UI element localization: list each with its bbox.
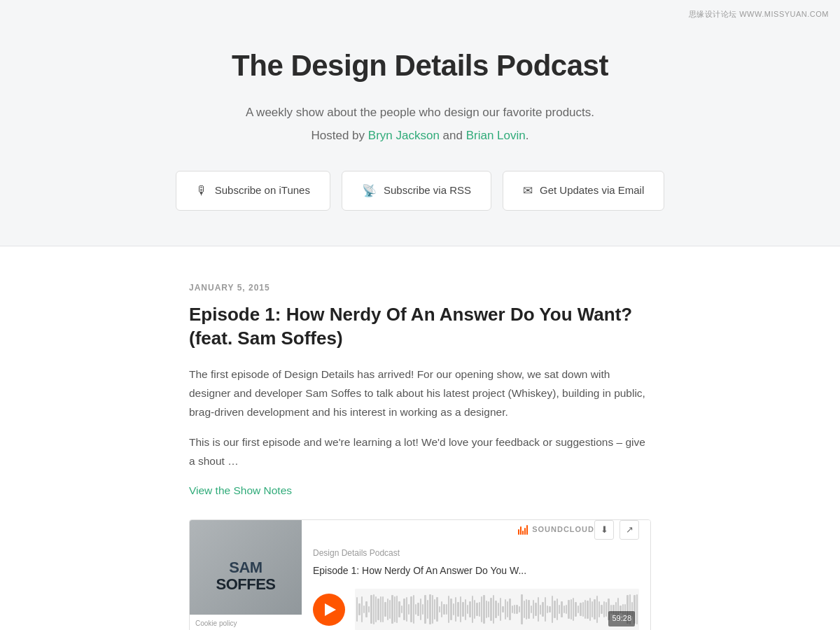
subtitle: A weekly show about the people who desig… [14,103,826,122]
host2-suffix: . [526,129,529,142]
sc-play-button[interactable] [313,594,345,626]
sc-download-button[interactable]: ⬇ [594,520,614,540]
sc-right-panel: SOUNDCLOUD ⬇ ↗ Design Details Podcast Ep… [302,520,650,630]
host-and: and [443,129,463,142]
sc-track-name: Design Details Podcast [313,547,639,560]
sc-waveform-area: 59:28 [355,589,639,630]
sc-cookie-policy[interactable]: Cookie policy [190,615,302,630]
subscribe-email-button[interactable]: ✉ Get Updates via Email [503,171,664,211]
sc-thumbnail-line2: SOFFES [216,576,275,593]
show-notes-link[interactable]: View the Show Notes [189,482,292,500]
sc-play-row: 59:28 [313,589,639,630]
rss-icon: 📡 [362,181,377,200]
episode-date: JANUARY 5, 2015 [189,281,651,295]
episode-container: JANUARY 5, 2015 Episode 1: How Nerdy Of … [175,246,665,630]
sc-header: SOUNDCLOUD ⬇ ↗ [313,520,639,540]
subscribe-itunes-button[interactable]: 🎙 Subscribe on iTunes [176,171,330,211]
episode-description-1: The first episode of Design Details has … [189,365,651,421]
soundcloud-label: SOUNDCLOUD [532,524,594,536]
sc-left-panel: SAM SOFFES Cookie policy [190,520,302,630]
main-content: JANUARY 5, 2015 Episode 1: How Nerdy Of … [0,246,840,630]
hosted-by-prefix: Hosted by [312,129,365,142]
episode-description-2: This is our first episode and we're lear… [189,433,651,470]
sc-episode-name: Episode 1: How Nerdy Of An Answer Do You… [313,563,639,578]
soundcloud-bars-icon [518,525,528,535]
subscribe-email-label: Get Updates via Email [540,182,644,199]
host1-link[interactable]: Bryn Jackson [368,129,440,142]
hosts-line: Hosted by Bryn Jackson and Brian Lovin. [14,126,826,145]
sc-player-body: SAM SOFFES Cookie policy [190,520,650,630]
hero-section: The Design Details Podcast A weekly show… [0,0,840,246]
subscribe-rss-button[interactable]: 📡 Subscribe via RSS [342,171,491,211]
sc-waveform[interactable]: 59:28 [355,589,639,630]
email-icon: ✉ [523,181,533,200]
sc-waveform-bars [356,589,638,630]
subscribe-rss-label: Subscribe via RSS [384,182,471,199]
sc-actions: ⬇ ↗ [594,520,639,540]
site-title: The Design Details Podcast [14,42,826,89]
sc-thumbnail: SAM SOFFES Cookie policy [190,520,302,630]
sc-duration: 59:28 [608,611,635,626]
host2-link[interactable]: Brian Lovin [466,129,526,142]
subscribe-itunes-label: Subscribe on iTunes [215,182,310,199]
sc-share-button[interactable]: ↗ [620,520,639,540]
subscribe-buttons-container: 🎙 Subscribe on iTunes 📡 Subscribe via RS… [14,171,826,211]
episode-title: Episode 1: How Nerdy Of An Answer Do You… [189,303,651,351]
microphone-icon: 🎙 [196,181,208,200]
soundcloud-player: SAM SOFFES Cookie policy [189,519,651,630]
sc-thumbnail-text: SAM SOFFES [216,559,275,593]
sc-thumbnail-line1: SAM [216,559,275,576]
sc-thumbnail-content: SAM SOFFES [190,520,302,630]
sc-branding: SOUNDCLOUD [518,524,594,536]
watermark: 思缘设计论坛 WWW.MISSYUAN.COM [689,8,829,21]
